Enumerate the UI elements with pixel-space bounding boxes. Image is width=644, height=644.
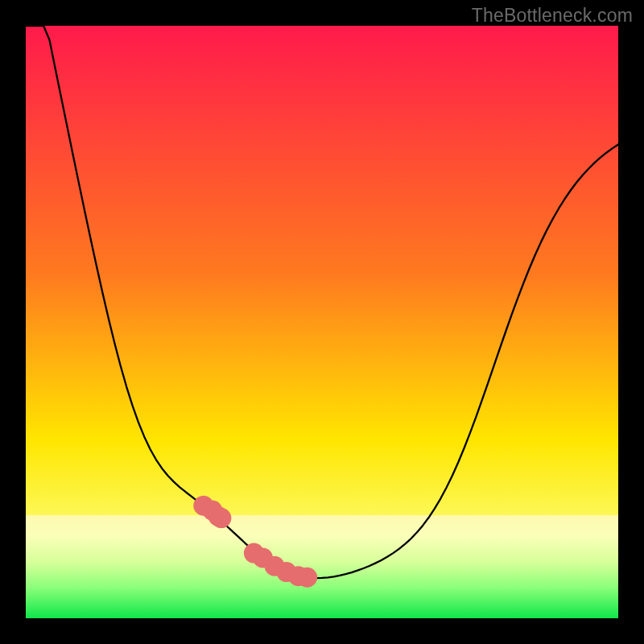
watermark-text: TheBottleneck.com — [472, 5, 633, 27]
gradient-background — [26, 26, 618, 618]
plot-area — [26, 26, 618, 618]
bottom-band — [26, 515, 618, 618]
chart-root: TheBottleneck.com — [0, 0, 644, 644]
